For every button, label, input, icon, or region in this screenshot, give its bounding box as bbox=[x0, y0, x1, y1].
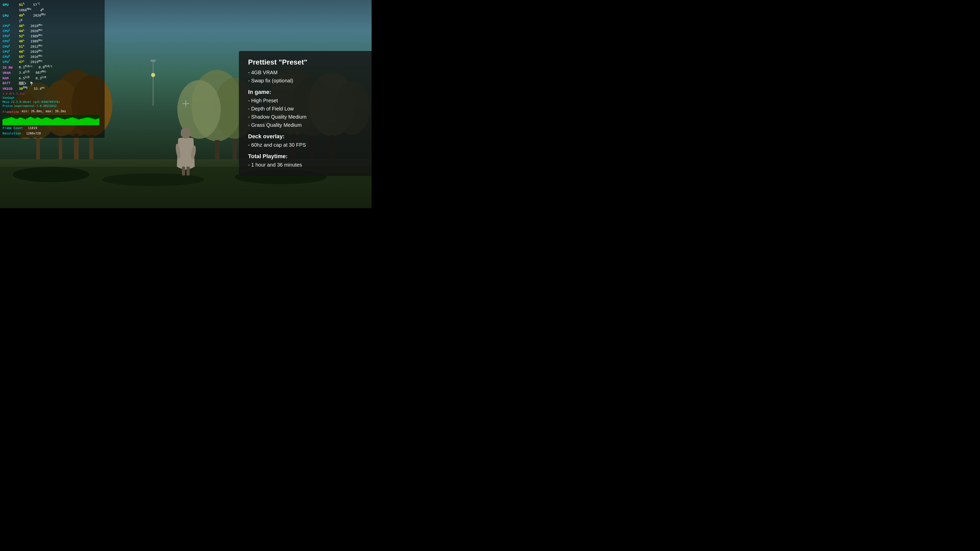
graph-bar bbox=[76, 119, 77, 125]
graph-bar bbox=[79, 119, 80, 125]
resolution-row: Resolution 1280x720 bbox=[3, 131, 102, 136]
graph-bar bbox=[22, 118, 23, 125]
cpu-core-5-label: CPU5 bbox=[3, 49, 18, 54]
io-label: IO RW bbox=[3, 65, 18, 70]
vram-used: 3.4GiB bbox=[19, 70, 30, 75]
graph-bar bbox=[9, 118, 10, 125]
svg-rect-42 bbox=[19, 82, 24, 84]
cpu-core-3-row: CPU3 48% 1989MHz bbox=[3, 39, 102, 44]
batt-cursor bbox=[30, 81, 35, 86]
graph-bar bbox=[38, 118, 39, 125]
graph-bar bbox=[63, 119, 64, 125]
graph-bar bbox=[84, 118, 85, 125]
bullets-playtime: - 1 hour and 36 minutes bbox=[248, 161, 363, 169]
info-heading: Prettiest "Preset" bbox=[248, 58, 363, 66]
graph-bar bbox=[5, 119, 5, 125]
cpu-core-0-pct: 48% bbox=[19, 24, 24, 29]
cpu-label: CPU bbox=[3, 14, 18, 18]
graph-bar bbox=[80, 119, 81, 125]
cpu-core-7-row: CPU7 47% 2019MHz bbox=[3, 59, 102, 65]
cpu-core-2-clock: 1989MHz bbox=[30, 34, 43, 39]
graph-bar bbox=[58, 118, 59, 125]
graph-bar bbox=[45, 118, 46, 125]
graph-bar bbox=[91, 118, 92, 125]
ram-label: RAM bbox=[3, 76, 18, 81]
cpu-core-2-pct: 52% bbox=[19, 34, 24, 39]
hud-overlay: GPU 91% 57°C 1066MHz 4W CPU 49% 2020MHz … bbox=[0, 0, 105, 138]
graph-bar bbox=[16, 119, 17, 125]
cpu-cores-section: CPU0 48% 2018MHz CPU1 44% 2020MHz CPU2 5… bbox=[3, 24, 102, 65]
cpu-core-6-label: CPU6 bbox=[3, 54, 18, 59]
batt-label: BATT bbox=[3, 81, 18, 86]
frametime-label: Frametime bbox=[3, 110, 19, 114]
cpu-core-4-clock: 2012MHz bbox=[30, 44, 43, 49]
graph-bar bbox=[72, 118, 73, 125]
graph-bar bbox=[33, 118, 34, 125]
graph-bar bbox=[26, 119, 27, 125]
graph-bar bbox=[81, 119, 82, 125]
graph-bar bbox=[78, 119, 79, 125]
cpu-core-0-clock: 2018MHz bbox=[30, 24, 43, 29]
graph-bar bbox=[18, 118, 19, 125]
io-write: 0.0MiB/s bbox=[39, 65, 52, 70]
graph-bar bbox=[31, 118, 32, 125]
graph-bar bbox=[97, 119, 98, 125]
graph-bar bbox=[97, 119, 97, 125]
resolution-value: 1280x720 bbox=[26, 131, 41, 136]
graph-bar bbox=[42, 119, 43, 125]
graph-bar bbox=[28, 118, 29, 125]
graph-bar bbox=[62, 119, 62, 125]
graph-bar bbox=[94, 119, 94, 125]
graph-bar bbox=[66, 119, 67, 125]
resolution-label: Resolution bbox=[3, 131, 21, 136]
frametime-minmax: min: 26.8ms, max: 39.3ms bbox=[22, 109, 66, 114]
graph-bar bbox=[35, 118, 36, 125]
cpu-core-7-label: CPU7 bbox=[3, 59, 18, 65]
graph-bar bbox=[40, 119, 41, 125]
cpu-core-5-clock: 2010MHz bbox=[30, 49, 43, 54]
info-panel: Prettiest "Preset" - 4GB VRAM- Swap fix … bbox=[239, 51, 372, 176]
graph-bar bbox=[99, 118, 99, 125]
graph-bar bbox=[6, 119, 6, 125]
cpu-core-2-row: CPU2 52% 1989MHz bbox=[3, 34, 102, 39]
graph-bar bbox=[15, 119, 16, 125]
graph-bar bbox=[43, 118, 44, 125]
vram-clock: 687MHz bbox=[36, 70, 46, 75]
cpu-power-row: 1W bbox=[3, 18, 102, 24]
graph-bar bbox=[64, 119, 65, 125]
frame-count-label: Frame Count bbox=[3, 126, 23, 130]
graph-bar bbox=[71, 118, 72, 125]
section-deck: Deck overlay: bbox=[248, 133, 363, 140]
graph-bar bbox=[82, 119, 83, 125]
graph-bar bbox=[37, 118, 38, 125]
graph-bar bbox=[70, 118, 71, 125]
bullets-top: - 4GB VRAM- Swap fix (optional) bbox=[248, 68, 363, 85]
cpu-core-5-row: CPU5 46% 2010MHz bbox=[3, 49, 102, 54]
frametime-row: Frametime min: 26.8ms, max: 39.3ms bbox=[3, 109, 102, 114]
graph-bar bbox=[55, 118, 56, 125]
cpu-usage: 49% bbox=[19, 13, 24, 18]
graph-bar bbox=[23, 119, 24, 125]
graph-bar bbox=[89, 118, 90, 125]
graph-bar bbox=[68, 119, 68, 125]
bullets-ingame: - High Preset- Depth of Field Low- Shado… bbox=[248, 97, 363, 129]
cpu-core-3-pct: 48% bbox=[19, 39, 24, 44]
graph-bar bbox=[52, 119, 53, 125]
graph-bar bbox=[3, 119, 3, 125]
graph-bar bbox=[54, 119, 54, 125]
cpu-core-1-row: CPU1 44% 2020MHz bbox=[3, 29, 102, 34]
graph-bar bbox=[86, 118, 87, 125]
graph-bar bbox=[32, 118, 33, 125]
cpu-core-0-row: CPU0 48% 2018MHz bbox=[3, 24, 102, 29]
graph-bar bbox=[10, 118, 11, 125]
frametime-graph bbox=[3, 115, 100, 125]
fps-value: 30FPS bbox=[19, 86, 27, 91]
graph-bar bbox=[20, 118, 21, 125]
graph-bar bbox=[3, 119, 4, 125]
info-bullet: - High Preset bbox=[248, 97, 363, 105]
ram-swap: 0.3GiB bbox=[36, 76, 46, 81]
graph-bar bbox=[6, 118, 7, 125]
cpu-core-7-clock: 2019MHz bbox=[30, 59, 43, 65]
cpu-core-4-pct: 51% bbox=[19, 44, 24, 49]
graph-bar bbox=[25, 119, 26, 125]
